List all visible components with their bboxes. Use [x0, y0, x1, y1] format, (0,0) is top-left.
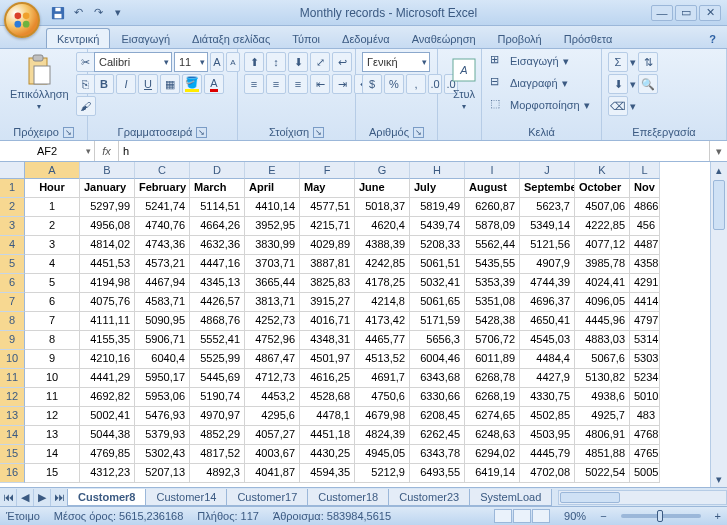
- fill-color-button[interactable]: 🪣: [182, 74, 202, 94]
- header-cell[interactable]: September: [520, 179, 575, 198]
- sheet-tab-customer18[interactable]: Customer18: [307, 489, 389, 506]
- col-head-D[interactable]: D: [190, 162, 245, 179]
- align-bottom-button[interactable]: ⬇: [288, 52, 308, 72]
- row-head-2[interactable]: 2: [0, 198, 25, 217]
- data-cell[interactable]: 5010: [630, 388, 660, 407]
- data-cell[interactable]: 6294,02: [465, 445, 520, 464]
- sort-filter-button[interactable]: ⇅: [638, 52, 658, 72]
- tab-home[interactable]: Κεντρική: [46, 28, 110, 48]
- data-cell[interactable]: 6343,68: [410, 369, 465, 388]
- data-cell[interactable]: 4445,96: [575, 312, 630, 331]
- sheet-nav-prev[interactable]: ◀: [17, 489, 34, 506]
- data-cell[interactable]: 4867,47: [245, 350, 300, 369]
- row-head-3[interactable]: 3: [0, 217, 25, 236]
- data-cell[interactable]: 5090,95: [135, 312, 190, 331]
- tab-formulas[interactable]: Τύποι: [281, 28, 331, 48]
- data-cell[interactable]: 4503,95: [520, 426, 575, 445]
- data-cell[interactable]: 4632,36: [190, 236, 245, 255]
- data-cell[interactable]: 3665,44: [245, 274, 300, 293]
- data-cell[interactable]: 4075,76: [80, 293, 135, 312]
- data-cell[interactable]: 4252,73: [245, 312, 300, 331]
- data-cell[interactable]: 4883,03: [575, 331, 630, 350]
- row-head-16[interactable]: 16: [0, 464, 25, 483]
- data-cell[interactable]: 4938,6: [575, 388, 630, 407]
- save-icon[interactable]: [50, 5, 66, 21]
- data-cell[interactable]: 4740,76: [135, 217, 190, 236]
- font-dialog-launcher[interactable]: ↘: [196, 127, 207, 138]
- fx-icon[interactable]: fx: [95, 141, 119, 161]
- minimize-button[interactable]: —: [651, 5, 673, 21]
- data-cell[interactable]: 4222,85: [575, 217, 630, 236]
- zoom-out-button[interactable]: −: [600, 510, 606, 522]
- zoom-thumb[interactable]: [657, 510, 663, 522]
- data-cell[interactable]: 3703,71: [245, 255, 300, 274]
- data-cell[interactable]: 4594,35: [300, 464, 355, 483]
- row-head-6[interactable]: 6: [0, 274, 25, 293]
- tab-page-layout[interactable]: Διάταξη σελίδας: [181, 28, 281, 48]
- data-cell[interactable]: 4426,57: [190, 293, 245, 312]
- data-cell[interactable]: 4484,4: [520, 350, 575, 369]
- view-page-break-button[interactable]: [532, 509, 550, 523]
- data-cell[interactable]: 5656,3: [410, 331, 465, 350]
- align-right-button[interactable]: ≡: [288, 74, 308, 94]
- header-cell[interactable]: August: [465, 179, 520, 198]
- data-cell[interactable]: 5208,33: [410, 236, 465, 255]
- data-cell[interactable]: 4573,21: [135, 255, 190, 274]
- data-cell[interactable]: 4806,91: [575, 426, 630, 445]
- data-cell[interactable]: 4692,82: [80, 388, 135, 407]
- data-cell[interactable]: 3887,81: [300, 255, 355, 274]
- clear-button[interactable]: ⌫: [608, 96, 628, 116]
- currency-button[interactable]: $: [362, 74, 382, 94]
- data-cell[interactable]: 4057,27: [245, 426, 300, 445]
- data-cell[interactable]: 4925,7: [575, 407, 630, 426]
- maximize-button[interactable]: ▭: [675, 5, 697, 21]
- data-cell[interactable]: 5067,6: [575, 350, 630, 369]
- data-cell[interactable]: 6004,46: [410, 350, 465, 369]
- data-cell[interactable]: 4441,29: [80, 369, 135, 388]
- find-button[interactable]: 🔍: [638, 74, 658, 94]
- data-cell[interactable]: 5061,51: [410, 255, 465, 274]
- data-cell[interactable]: 4814,02: [80, 236, 135, 255]
- data-cell[interactable]: 5121,56: [520, 236, 575, 255]
- data-cell[interactable]: 5: [25, 274, 80, 293]
- data-cell[interactable]: 4528,68: [300, 388, 355, 407]
- data-cell[interactable]: 4291: [630, 274, 660, 293]
- close-button[interactable]: ✕: [699, 5, 721, 21]
- tab-addins[interactable]: Πρόσθετα: [553, 28, 624, 48]
- data-cell[interactable]: 4210,16: [80, 350, 135, 369]
- data-cell[interactable]: 4501,97: [300, 350, 355, 369]
- data-cell[interactable]: 4410,14: [245, 198, 300, 217]
- name-box[interactable]: AF2: [0, 141, 95, 161]
- data-cell[interactable]: 5005: [630, 464, 660, 483]
- col-head-F[interactable]: F: [300, 162, 355, 179]
- redo-icon[interactable]: ↷: [90, 5, 106, 21]
- data-cell[interactable]: 3813,71: [245, 293, 300, 312]
- data-cell[interactable]: 3915,27: [300, 293, 355, 312]
- data-cell[interactable]: 6343,78: [410, 445, 465, 464]
- data-cell[interactable]: 6248,63: [465, 426, 520, 445]
- header-cell[interactable]: Hour: [25, 179, 80, 198]
- data-cell[interactable]: 15: [25, 464, 80, 483]
- header-cell[interactable]: June: [355, 179, 410, 198]
- sheet-tab-customer14[interactable]: Customer14: [145, 489, 227, 506]
- border-button[interactable]: ▦: [160, 74, 180, 94]
- zoom-level[interactable]: 90%: [564, 510, 586, 522]
- data-cell[interactable]: 4024,41: [575, 274, 630, 293]
- orientation-button[interactable]: ⤢: [310, 52, 330, 72]
- vscroll-thumb[interactable]: [713, 180, 725, 230]
- data-cell[interactable]: 4956,08: [80, 217, 135, 236]
- header-cell[interactable]: May: [300, 179, 355, 198]
- zoom-in-button[interactable]: +: [715, 510, 721, 522]
- data-cell[interactable]: 6419,14: [465, 464, 520, 483]
- data-cell[interactable]: 5445,69: [190, 369, 245, 388]
- data-cell[interactable]: 4691,7: [355, 369, 410, 388]
- data-cell[interactable]: 4577,51: [300, 198, 355, 217]
- sheet-tab-systemload[interactable]: SystemLoad: [469, 489, 552, 506]
- align-left-button[interactable]: ≡: [244, 74, 264, 94]
- data-cell[interactable]: 6262,45: [410, 426, 465, 445]
- data-cell[interactable]: 5476,93: [135, 407, 190, 426]
- data-cell[interactable]: 9: [25, 350, 80, 369]
- font-size-combo[interactable]: 11: [174, 52, 208, 72]
- data-cell[interactable]: 4502,85: [520, 407, 575, 426]
- data-cell[interactable]: 4453,2: [245, 388, 300, 407]
